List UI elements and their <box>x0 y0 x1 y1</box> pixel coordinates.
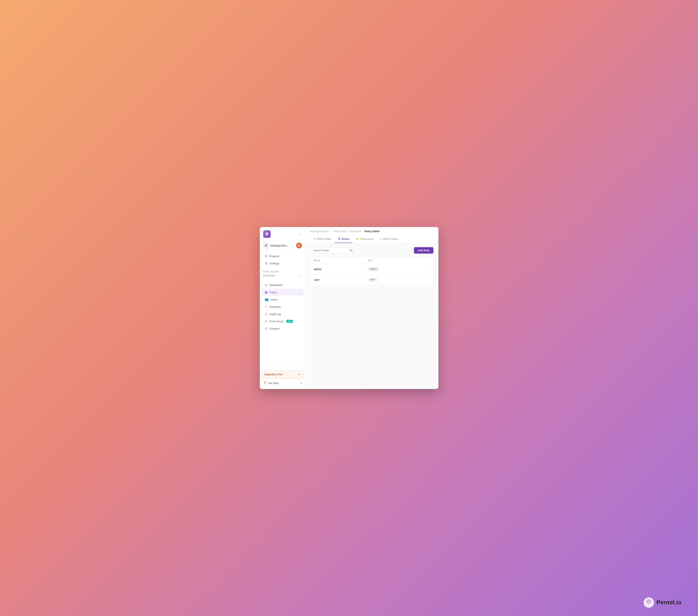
upgrade-arrow-icon: → <box>297 373 301 376</box>
sidebar-item-audit-log[interactable]: ⊙ Audit Log <box>262 310 304 318</box>
breadcrumb-item-2: FoAz Slack <box>334 230 346 233</box>
svg-point-6 <box>650 601 650 601</box>
content-area: 🔍 Add Role ROLE KEY admin admin ··· user <box>306 243 438 389</box>
sidebar-item-connect[interactable]: ↺ Connect <box>262 325 304 332</box>
projects-icon: ⊞ <box>265 254 267 258</box>
breadcrumb-item-1: Madrigal Electro... <box>310 230 331 233</box>
col-header-key: KEY <box>368 259 422 262</box>
role-key-admin: admin <box>368 267 379 271</box>
project-section: FoAz Slack Production ⌃⌄ <box>260 269 305 280</box>
sidebar-footer: Upgrade to Pro → ❓ Get Help › <box>260 368 305 389</box>
dashboard-icon: ◎ <box>265 283 267 287</box>
workspace-selector[interactable]: M Madrigal Elec... G <box>260 240 305 251</box>
sidebar-item-elements[interactable]: ⚛ Elements <box>262 303 304 310</box>
add-role-button[interactable]: Add Role <box>414 247 433 254</box>
env-selector[interactable]: Production ⌃⌄ <box>263 273 302 279</box>
col-header-actions <box>422 259 430 262</box>
breadcrumb: Madrigal Electro... / FoAz Slack / Produ… <box>310 230 433 233</box>
upgrade-button[interactable]: Upgrade to Pro → <box>262 370 304 379</box>
sidebar-item-users[interactable]: 👥 Users <box>262 296 304 303</box>
table-header: ROLE KEY <box>311 257 433 264</box>
search-input[interactable] <box>313 249 348 252</box>
toolbar: 🔍 Add Role <box>310 247 433 254</box>
tabs: ≡ Policy Editor ☰ Roles 📁 Resources Σ AB… <box>310 235 433 243</box>
main-content: Madrigal Electro... / FoAz Slack / Produ… <box>306 227 438 389</box>
tab-abac-rules[interactable]: Σ ABAC Rules <box>377 235 401 243</box>
tab-resources[interactable]: 📁 Resources <box>353 235 377 243</box>
help-icon: ❓ <box>263 381 266 384</box>
breadcrumb-sep-1: / <box>332 230 332 233</box>
elements-label: Elements <box>269 305 281 308</box>
get-help-arrow-icon: › <box>301 381 302 385</box>
search-box[interactable]: 🔍 <box>310 247 352 254</box>
sidebar-item-projects[interactable]: ⊞ Projects <box>262 253 304 260</box>
connect-icon: ↺ <box>265 327 267 331</box>
sidebar-item-dashboard[interactable]: ◎ Dashboard <box>262 281 304 289</box>
settings-label: Settings <box>269 262 279 265</box>
settings-icon: ⚙ <box>265 262 267 265</box>
audit-log-label: Audit Log <box>269 312 281 316</box>
role-name-user: user <box>314 278 368 281</box>
user-avatar: G <box>296 242 302 248</box>
table-row: admin admin ··· <box>311 264 433 275</box>
roles-table: ROLE KEY admin admin ··· user user ··· <box>310 257 433 285</box>
roles-tab-icon: ☰ <box>338 237 340 240</box>
svg-point-0 <box>266 233 267 235</box>
dashboard-label: Dashboard <box>269 283 283 286</box>
users-label: Users <box>271 298 278 301</box>
env-chevron-icon: ⌃⌄ <box>298 274 302 277</box>
svg-point-11 <box>648 603 648 604</box>
branding: Permit.io <box>644 597 681 608</box>
workspace-name: Madrigal Elec... <box>270 244 294 247</box>
policy-icon: ◉ <box>265 290 267 294</box>
abac-rules-tab-label: ABAC Rules <box>383 237 398 240</box>
breadcrumb-sep-2: / <box>347 230 348 233</box>
env-nav: ◎ Dashboard ◉ Policy 👥 Users ⚛ Elements … <box>260 280 305 334</box>
get-help-button[interactable]: ❓ Get Help › <box>262 379 304 387</box>
tab-roles[interactable]: ☰ Roles <box>335 235 352 243</box>
roles-tab-label: Roles <box>342 237 349 240</box>
more-options-user[interactable]: ··· <box>422 278 430 282</box>
abac-rules-tab-icon: Σ <box>380 237 382 240</box>
workspace-badge: M <box>263 242 269 248</box>
elements-icon: ⚛ <box>265 305 267 309</box>
policy-label: Policy <box>269 291 277 294</box>
resources-tab-label: Resources <box>361 237 373 240</box>
role-key-user: user <box>368 278 378 282</box>
foaz-proxy-icon: ≋ <box>265 319 267 323</box>
sidebar-item-foaz-proxy[interactable]: ≋ FoAz Proxy NEW <box>262 318 304 325</box>
top-nav: ⊞ Projects ⚙ Settings <box>260 251 305 269</box>
get-help-left: ❓ Get Help <box>263 381 279 384</box>
project-name: FoAz Slack <box>263 270 302 273</box>
users-icon: 👥 <box>265 298 269 302</box>
resources-tab-icon: 📁 <box>356 237 359 240</box>
col-header-role: ROLE <box>314 259 368 262</box>
env-name: Production <box>263 274 275 277</box>
brand-logo <box>644 597 654 608</box>
breadcrumb-sep-3: / <box>363 230 363 233</box>
policy-editor-tab-label: Policy Editor <box>317 237 332 240</box>
sidebar: « M Madrigal Elec... G ⊞ Projects ⚙ Sett… <box>260 227 306 389</box>
brand-name: Permit.io <box>656 599 681 606</box>
svg-point-12 <box>649 603 650 604</box>
collapse-button[interactable]: « <box>299 232 302 237</box>
connect-label: Connect <box>269 327 280 330</box>
svg-point-5 <box>647 601 648 601</box>
policy-editor-tab-icon: ≡ <box>314 237 316 240</box>
role-name-admin: admin <box>314 267 368 271</box>
breadcrumb-item-3: Production <box>350 230 361 233</box>
tab-policy-editor[interactable]: ≡ Policy Editor <box>310 235 335 243</box>
upgrade-text: Upgrade to Pro <box>265 373 283 376</box>
projects-label: Projects <box>269 255 279 258</box>
logo-icon <box>263 230 270 238</box>
foaz-proxy-label: FoAz Proxy <box>269 320 283 323</box>
sidebar-item-policy[interactable]: ◉ Policy <box>262 289 304 296</box>
table-row: user user ··· <box>311 275 433 285</box>
audit-log-icon: ⊙ <box>265 312 267 316</box>
main-header: Madrigal Electro... / FoAz Slack / Produ… <box>306 227 438 243</box>
new-badge: NEW <box>287 320 293 323</box>
sidebar-item-settings[interactable]: ⚙ Settings <box>262 260 304 267</box>
get-help-label: Get Help <box>268 381 279 384</box>
breadcrumb-active: Policy Editor <box>364 230 380 233</box>
more-options-admin[interactable]: ··· <box>422 267 430 271</box>
